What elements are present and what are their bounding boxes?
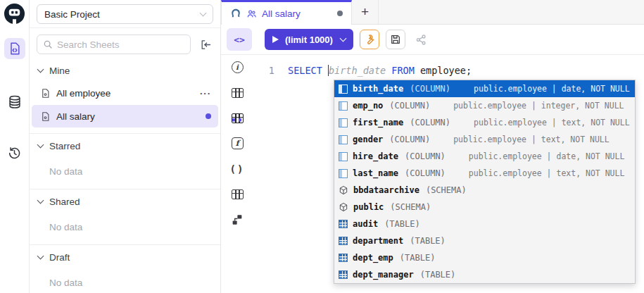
suggestion-row[interactable]: birth_date (COLUMN) public.employee | da…	[334, 80, 635, 97]
section-header-mine[interactable]: Mine	[30, 60, 220, 81]
section-shared: Shared No data	[30, 189, 220, 239]
suggestion-row[interactable]: dept_emp (TABLE)	[334, 249, 635, 266]
suggestion-name: department	[353, 236, 403, 246]
info-panel-button[interactable]: i	[231, 61, 244, 74]
external-tables-panel-button[interactable]	[231, 187, 244, 201]
search-sheets-input[interactable]	[57, 39, 184, 50]
table-grid-icon	[232, 189, 244, 199]
share-sheet-button[interactable]	[412, 30, 431, 49]
column-icon	[339, 169, 348, 178]
section-starred: Starred No data	[30, 133, 220, 183]
suggestion-kind: (COLUMN)	[410, 118, 450, 127]
suggestion-row[interactable]: last_name (COLUMN) public.employee | tex…	[334, 165, 635, 182]
chevron-down-icon	[37, 197, 44, 204]
suggestion-kind: (TABLE)	[384, 219, 420, 229]
unsaved-indicator-dot	[206, 113, 211, 119]
sheet-file-icon	[40, 88, 51, 99]
suggestion-kind: (COLUMN)	[405, 151, 446, 161]
save-sheet-button[interactable]	[386, 30, 405, 49]
suggestion-name: dept_emp	[353, 253, 393, 263]
suggestion-kind: (SCHEMA)	[390, 202, 431, 212]
suggestion-row[interactable]: audit (TABLE)	[334, 216, 635, 232]
section-header-shared[interactable]: Shared	[30, 191, 220, 212]
suggestion-row[interactable]: department (TABLE)	[334, 232, 635, 249]
suggestion-row[interactable]: public (SCHEMA)	[334, 199, 635, 216]
sidebar-search-row	[30, 28, 220, 57]
tab-unsaved-dot	[337, 11, 343, 16]
info-icon: i	[232, 61, 244, 73]
sheet-item-all-employee[interactable]: All employee ···	[32, 82, 218, 104]
ghost-suggestion-text: birth_date	[328, 65, 386, 76]
project-selector[interactable]: Basic Project	[37, 4, 213, 24]
functions-panel-button[interactable]: f	[231, 137, 244, 150]
schema-diagram-button[interactable]	[231, 213, 244, 226]
column-icon	[339, 101, 348, 111]
section-label: Draft	[49, 252, 70, 263]
left-rail	[0, 0, 30, 293]
empty-state-text: No data	[30, 270, 220, 293]
line-number: 1	[253, 63, 274, 77]
schema-cube-icon	[339, 202, 348, 212]
run-button-label: (limit 1000)	[285, 35, 333, 45]
suggestion-name: gender	[353, 135, 383, 144]
editor-toolbar: <> (limit 1000)	[221, 25, 644, 55]
tables-panel-button[interactable]	[231, 86, 244, 99]
suggestion-name: dept_manager	[353, 270, 414, 280]
suggestion-name: audit	[353, 219, 378, 229]
suggestion-kind: (TABLE)	[400, 253, 436, 263]
section-header-starred[interactable]: Starred	[30, 135, 220, 156]
save-floppy-icon	[390, 34, 401, 45]
table-icon	[339, 237, 348, 245]
procedures-panel-button[interactable]: ()	[231, 162, 244, 175]
suggestion-row[interactable]: first_name (COLUMN) public.employee | te…	[334, 114, 635, 131]
suggestion-row[interactable]: dept_manager (TABLE)	[334, 266, 635, 283]
column-icon	[339, 135, 348, 144]
suggestion-kind: (SCHEMA)	[426, 185, 467, 195]
rail-item-sheets[interactable]	[4, 38, 25, 59]
section-label: Starred	[49, 141, 80, 151]
parentheses-icon: ()	[230, 163, 245, 175]
sheet-item-all-salary[interactable]: All salary	[32, 105, 218, 127]
search-box[interactable]	[37, 35, 191, 54]
schema-cube-icon	[339, 185, 348, 195]
run-query-button[interactable]: (limit 1000)	[265, 29, 353, 50]
sheet-item-label: All salary	[56, 111, 200, 122]
rail-item-databases[interactable]	[4, 92, 25, 113]
code-panel-toggle-button[interactable]: <>	[227, 28, 252, 51]
sidebar: Basic Project	[30, 0, 221, 293]
section-header-draft[interactable]: Draft	[30, 247, 220, 268]
format-sql-button[interactable]	[360, 30, 379, 49]
new-tab-button[interactable]: +	[352, 0, 379, 24]
suggestion-row[interactable]: bbdataarchive (SCHEMA)	[334, 182, 635, 199]
suggestion-detail: public.employee | text, NOT NULL	[469, 168, 625, 178]
collapse-sidebar-button[interactable]	[196, 35, 215, 54]
suggestion-detail: public.employee | date, NOT NULL	[469, 151, 625, 161]
suggestion-name: public	[353, 202, 384, 212]
more-actions-icon[interactable]: ···	[200, 88, 211, 99]
sample-data-panel-button[interactable]	[231, 111, 244, 125]
suggestion-kind: (TABLE)	[420, 270, 456, 280]
suggestion-detail: public.employee | text, NOT NULL	[474, 118, 630, 127]
sql-editor-app: Basic Project	[0, 0, 644, 293]
search-icon	[43, 39, 53, 49]
sheet-tree: Mine All employee ···	[30, 57, 220, 293]
play-icon	[272, 36, 279, 43]
suggestion-name: birth_date	[353, 84, 403, 94]
editor-side-strip: i f ()	[221, 55, 253, 293]
chevron-down-icon	[37, 253, 44, 260]
suggestion-name: first_name	[353, 118, 403, 127]
project-selector-value: Basic Project	[44, 9, 100, 20]
tab-all-salary[interactable]: All salary	[221, 0, 352, 25]
suggestion-detail: public.employee | integer, NOT NULL	[453, 101, 624, 111]
suggestion-row[interactable]: emp_no (COLUMN) public.employee | intege…	[334, 97, 635, 114]
autocomplete-popup: birth_date (COLUMN) public.employee | da…	[334, 80, 636, 284]
chevron-down-icon	[37, 142, 44, 149]
suggestion-row[interactable]: hire_date (COLUMN) public.employee | dat…	[334, 148, 635, 165]
rail-item-history[interactable]	[4, 142, 25, 163]
sql-keyword: SELECT	[288, 65, 328, 76]
suggestion-row[interactable]: gender (COLUMN) public.employee | text, …	[334, 131, 635, 148]
chevron-down-icon	[339, 35, 346, 42]
column-icon	[339, 85, 348, 94]
suggestion-name: hire_date	[353, 151, 398, 161]
tab-label: All salary	[262, 8, 332, 19]
